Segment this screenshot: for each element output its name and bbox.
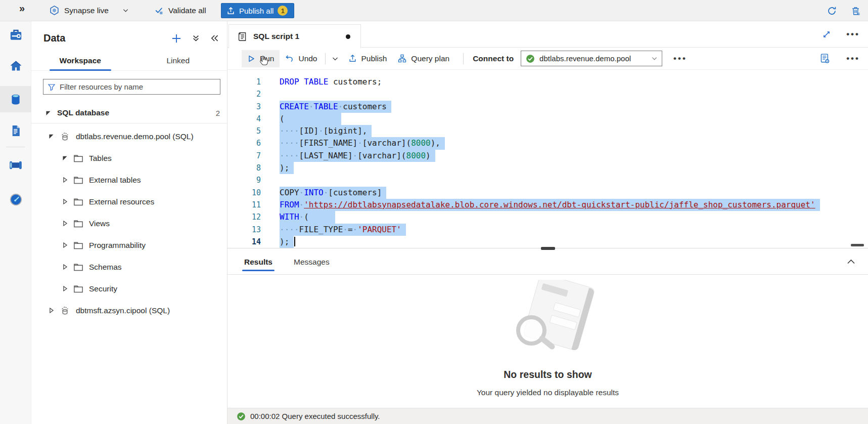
sql-script-tab-label: SQL script 1	[253, 32, 340, 41]
tree-item[interactable]: Schemas	[31, 256, 227, 278]
rail-item-home[interactable]	[0, 53, 31, 79]
line-number: 10	[227, 187, 261, 199]
query-status-bar: 00:00:02 Query executed successfully.	[227, 408, 868, 424]
folder-icon	[73, 284, 83, 293]
editor-toolbar: Run Undo Publish Query plan Con	[227, 48, 868, 70]
publish-label: Publish	[361, 54, 387, 63]
folder-icon	[73, 154, 83, 162]
code-line-7[interactable]: 7····[LAST_NAME]·[varchar](8000)	[227, 150, 868, 162]
connected-check-icon	[526, 54, 535, 63]
code-line-10[interactable]: 10COPY·INTO·[customers]	[227, 187, 868, 199]
script-properties-icon[interactable]	[819, 53, 830, 64]
tree-item[interactable]: Tables	[31, 147, 227, 169]
code-line-13[interactable]: 13····FILE_TYPE·=·'PARQUET'	[227, 224, 868, 236]
tab-workspace[interactable]: Workspace	[31, 52, 129, 70]
run-button[interactable]: Run	[242, 50, 280, 67]
query-plan-button[interactable]: Query plan	[392, 50, 455, 67]
rail-item-develop[interactable]	[0, 117, 31, 144]
show-menu-icon[interactable]: »	[19, 3, 25, 14]
line-number: 7	[227, 150, 261, 162]
data-icon	[9, 93, 22, 106]
sql-code-editor[interactable]: 1DROP TABLE customers;23CREATE·TABLE·cus…	[227, 70, 868, 248]
code-line-1[interactable]: 1DROP TABLE customers;	[227, 76, 868, 88]
code-line-9[interactable]: 9	[227, 174, 868, 186]
tab-results[interactable]: Results	[244, 250, 272, 274]
undo-button[interactable]: Undo	[280, 50, 323, 67]
expanded-triangle-icon[interactable]	[62, 155, 68, 161]
rail-item-integrate[interactable]	[0, 152, 31, 178]
rail-item-data[interactable]	[0, 86, 31, 112]
tree-item[interactable]: External tables	[31, 169, 227, 191]
editor-scrollbar-thumb[interactable]	[851, 244, 864, 246]
code-line-4[interactable]: 4(	[227, 113, 868, 125]
publish-button[interactable]: Publish	[343, 50, 393, 67]
collapsed-triangle-icon[interactable]	[62, 199, 68, 204]
empty-results-title: No results to show	[504, 369, 591, 380]
code-line-2[interactable]: 2	[227, 88, 868, 100]
expanded-triangle-icon[interactable]	[45, 110, 51, 116]
trash-icon[interactable]	[850, 6, 861, 16]
collapse-all-icon[interactable]	[192, 34, 200, 43]
tree-root-sql-database[interactable]: SQL database 2	[31, 104, 227, 122]
tab-more-icon[interactable]: •••	[846, 32, 860, 37]
collapsed-triangle-icon[interactable]	[48, 308, 54, 313]
sql-script-tab[interactable]: SQL script 1	[229, 24, 361, 48]
code-line-11[interactable]: 11FROM·'https://dbtlabsynapsedatalake.bl…	[227, 199, 868, 211]
toolbar-more-icon[interactable]: •••	[846, 56, 860, 61]
connect-more-icon[interactable]: •••	[673, 56, 687, 61]
main-area: SQL script 1 ••• Run Undo	[227, 21, 868, 424]
collapse-results-icon[interactable]	[846, 257, 856, 267]
collapsed-triangle-icon[interactable]	[62, 264, 68, 270]
code-line-5[interactable]: 5····[ID]·[bigint],	[227, 125, 868, 137]
line-number: 12	[227, 211, 261, 223]
collapsed-triangle-icon[interactable]	[62, 286, 68, 291]
tree-item[interactable]: Programmability	[31, 234, 227, 256]
code-line-3[interactable]: 3CREATE·TABLE·customers	[227, 101, 868, 113]
validate-all-button[interactable]: Validate all	[154, 6, 206, 15]
left-nav-rail	[0, 21, 31, 424]
sql-script-icon	[237, 31, 248, 42]
run-options-chevron[interactable]	[328, 50, 343, 67]
data-panel: Data Workspace Linked SQL database 2 dbt…	[31, 21, 227, 424]
code-line-6[interactable]: 6····[FIRST_NAME]·[varchar](8000),	[227, 137, 868, 149]
validate-all-label: Validate all	[168, 6, 206, 15]
tree-item-label: External tables	[89, 176, 141, 185]
line-number: 2	[227, 88, 261, 100]
panel-title: Data	[43, 32, 161, 44]
code-line-14[interactable]: 14);	[227, 236, 868, 248]
tree-item[interactable]: Security	[31, 278, 227, 300]
tree-item[interactable]: External resources	[31, 191, 227, 213]
filter-input[interactable]	[60, 82, 216, 91]
tree-root-label: SQL database	[57, 108, 210, 117]
tree-item[interactable]: dbtmsft.azsyn.cipool (SQL)	[31, 300, 227, 321]
rail-item-manage[interactable]	[0, 21, 31, 48]
publish-all-button[interactable]: Publish all 1	[221, 3, 294, 18]
mode-selector[interactable]: Synapse live	[49, 5, 129, 16]
run-play-icon	[247, 55, 255, 63]
collapsed-triangle-icon[interactable]	[62, 242, 68, 248]
chevron-down-icon	[122, 7, 129, 14]
chevron-down-icon	[651, 55, 658, 62]
folder-icon	[73, 176, 83, 184]
code-line-12[interactable]: 12WITH·(	[227, 211, 868, 223]
refresh-icon[interactable]	[827, 6, 837, 16]
expand-editor-icon[interactable]	[822, 30, 831, 39]
code-line-8[interactable]: 8);	[227, 162, 868, 174]
tree-item[interactable]: dbtlabs.revenue.demo.pool (SQL)	[31, 125, 227, 147]
query-status-text: 00:00:02 Query executed successfully.	[250, 412, 380, 420]
line-number: 8	[227, 162, 261, 174]
collapse-panel-icon[interactable]	[210, 34, 219, 43]
tree-item[interactable]: Views	[31, 213, 227, 234]
collapsed-triangle-icon[interactable]	[62, 221, 68, 226]
tree-separator	[31, 123, 227, 123]
collapsed-triangle-icon[interactable]	[62, 177, 68, 183]
tab-linked[interactable]: Linked	[129, 52, 227, 70]
sqlpool-icon	[60, 305, 70, 316]
tree-item-label: External resources	[89, 197, 154, 206]
tab-messages[interactable]: Messages	[294, 250, 330, 274]
rail-item-monitor[interactable]	[0, 186, 31, 213]
pool-select[interactable]: dbtlabs.revenue.demo.pool	[521, 51, 662, 66]
expanded-triangle-icon[interactable]	[48, 134, 54, 139]
rail-divider	[6, 147, 25, 147]
add-resource-icon[interactable]	[171, 33, 181, 44]
